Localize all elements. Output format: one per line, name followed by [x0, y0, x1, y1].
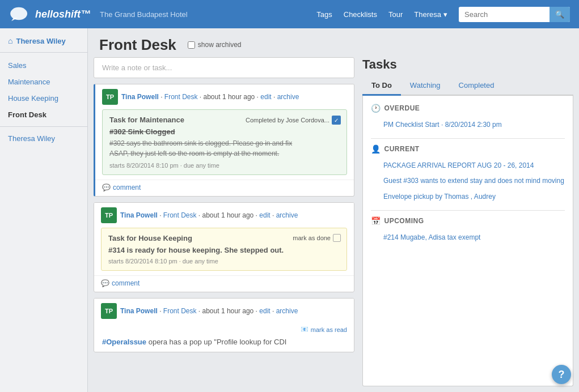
show-archived-checkbox[interactable]	[188, 41, 195, 49]
avatar-1: TP	[102, 89, 118, 105]
divider-1	[371, 138, 565, 139]
feed-card-2: TP Tina Powell · Front Desk · about 1 ho…	[94, 202, 354, 292]
time-3: about 1 hour ago	[202, 307, 254, 315]
page-title: Front Desk	[99, 36, 176, 54]
task-box-2: Task for House Keeping mark as done #314…	[101, 228, 347, 271]
dept-2[interactable]: Front Desk	[163, 211, 197, 219]
user-menu[interactable]: Theresa ▾	[414, 10, 447, 19]
archive-1[interactable]: archive	[277, 93, 299, 101]
comment-link-2[interactable]: 💬 comment	[101, 279, 347, 287]
card-meta-3: Tina Powell · Front Desk · about 1 hour …	[120, 307, 347, 315]
author-3[interactable]: Tina Powell	[120, 307, 158, 315]
card-meta-1: Tina Powell · Front Desk · about 1 hour …	[121, 93, 347, 101]
task-time-2: starts 8/20/2014 8:10 pm · due any time	[108, 258, 340, 265]
opera-issue-tag[interactable]: #OperaIssue	[102, 338, 146, 346]
mark-done-checkbox[interactable]	[333, 234, 341, 242]
comment-link-1[interactable]: 💬 comment	[102, 184, 347, 191]
main-layout: ⌂ Theresa Wiley Sales Maintenance House …	[0, 28, 579, 392]
logo-text: helloshift™	[35, 8, 91, 20]
home-icon: ⌂	[8, 36, 12, 45]
sidebar-item-frontdesk[interactable]: Front Desk	[0, 106, 87, 123]
dept-3[interactable]: Front Desk	[163, 307, 197, 315]
edit-1[interactable]: edit	[260, 93, 271, 101]
sidebar: ⌂ Theresa Wiley Sales Maintenance House …	[0, 28, 88, 392]
task-item-current-3[interactable]: Envelope pickup by Thomas , Audrey	[371, 189, 565, 204]
card-header-2: TP Tina Powell · Front Desk · about 1 ho…	[94, 203, 354, 228]
task-box-1: Task for Maintenance Completed by Jose C…	[102, 109, 347, 175]
content-area: Front Desk show archived Write a note or…	[88, 28, 579, 392]
tasks-column: Tasks To Do Watching Completed 🕐 OVERDUE…	[362, 57, 573, 386]
task-title-1: #302 Sink Clogged	[109, 127, 340, 136]
calendar-icon: 📅	[371, 216, 381, 225]
nav-tags[interactable]: Tags	[316, 10, 332, 19]
clock-icon: 🕐	[371, 104, 381, 113]
search-button[interactable]: 🔍	[550, 7, 570, 22]
two-col: Write a note or task... TP Tina Powell ·…	[88, 57, 579, 392]
help-button[interactable]: ?	[552, 365, 571, 384]
sidebar-person[interactable]: Theresa Wiley	[0, 130, 87, 147]
section-current-header: 👤 CURRENT	[371, 144, 565, 154]
search-input[interactable]	[459, 7, 550, 22]
opera-body: opera has a pop up "Profile lookup for C…	[149, 338, 287, 346]
feed-column: Write a note or task... TP Tina Powell ·…	[94, 57, 354, 386]
divider-2	[371, 210, 565, 211]
sidebar-item-sales[interactable]: Sales	[0, 57, 87, 74]
author-2[interactable]: Tina Powell	[120, 211, 158, 219]
mark-as-read[interactable]: 📧 mark as read	[94, 323, 354, 334]
logo-icon	[9, 6, 31, 22]
sidebar-divider	[0, 126, 87, 127]
opera-body-area: #OperaIssue opera has a pop up "Profile …	[94, 334, 354, 352]
show-archived-label: show archived	[198, 41, 242, 49]
tasks-title: Tasks	[362, 57, 573, 72]
task-title-2: #314 is ready for house keeping. She ste…	[108, 246, 340, 254]
avatar-2: TP	[101, 207, 117, 223]
nav-tour[interactable]: Tour	[388, 10, 403, 19]
card-header-3: TP Tina Powell · Front Desk · about 1 ho…	[94, 299, 354, 323]
check-done-icon: ✓	[332, 116, 341, 125]
fd-header: Front Desk show archived	[88, 28, 579, 57]
task-body-1: #302 says the bathroom sink is clogged. …	[109, 138, 340, 159]
tab-todo[interactable]: To Do	[362, 76, 401, 96]
sidebar-item-maintenance[interactable]: Maintenance	[0, 74, 87, 90]
feed-card-3: TP Tina Powell · Front Desk · about 1 ho…	[94, 298, 354, 352]
section-overdue-header: 🕐 OVERDUE	[371, 104, 565, 113]
card-header-1: TP Tina Powell · Front Desk · about 1 ho…	[95, 84, 354, 109]
edit-3[interactable]: edit	[259, 307, 270, 315]
svg-point-0	[10, 7, 27, 20]
time-2: about 1 hour ago	[202, 211, 254, 219]
tasks-panel: 🕐 OVERDUE PM Checklist Start · 8/20/2014…	[362, 96, 573, 386]
sidebar-user[interactable]: ⌂ Theresa Wiley	[0, 36, 87, 53]
dept-1[interactable]: Front Desk	[164, 93, 198, 101]
time-1: about 1 hour ago	[204, 93, 255, 101]
task-item-current-1[interactable]: PACKAGE ARRIVAL REPORT AUG 20 - 26, 2014	[371, 158, 565, 173]
task-item-overdue-1[interactable]: PM Checklist Start · 8/20/2014 2:30 pm	[371, 117, 565, 133]
completed-badge-1: Completed by Jose Cordova... ✓	[246, 116, 341, 125]
card-meta-2: Tina Powell · Front Desk · about 1 hour …	[120, 211, 347, 219]
feed-card-1: TP Tina Powell · Front Desk · about 1 ho…	[94, 84, 354, 197]
task-item-current-2[interactable]: Guest #303 wants to extend stay and does…	[371, 173, 565, 189]
sidebar-item-housekeeping[interactable]: House Keeping	[0, 90, 87, 106]
top-nav: helloshift™ The Grand Budapest Hotel Tag…	[0, 0, 579, 28]
card-footer-1: 💬 comment	[95, 180, 354, 196]
nav-checklists[interactable]: Checklists	[344, 10, 377, 19]
tab-watching[interactable]: Watching	[401, 76, 450, 96]
task-item-upcoming-1[interactable]: #214 Mugabe, Adisa tax exempt	[371, 230, 565, 245]
logo-area: helloshift™ The Grand Budapest Hotel	[9, 6, 188, 22]
mark-done-area: mark as done	[293, 234, 341, 242]
write-note-input[interactable]: Write a note or task...	[94, 57, 354, 78]
tasks-tabs: To Do Watching Completed	[362, 76, 573, 96]
tab-completed[interactable]: Completed	[450, 76, 504, 96]
person-icon: 👤	[371, 144, 381, 154]
section-upcoming-header: 📅 UPCOMING	[371, 216, 565, 225]
archive-3[interactable]: archive	[276, 307, 298, 315]
archive-2[interactable]: archive	[276, 211, 298, 219]
show-archived-area: show archived	[188, 41, 242, 49]
hotel-name: The Grand Budapest Hotel	[100, 10, 188, 19]
card-footer-2: 💬 comment	[94, 275, 354, 292]
author-1[interactable]: Tina Powell	[121, 93, 159, 101]
edit-2[interactable]: edit	[259, 211, 270, 219]
search-bar: 🔍	[459, 7, 570, 22]
avatar-3: TP	[101, 303, 117, 319]
task-time-1: starts 8/20/2014 8:10 pm · due any time	[109, 162, 340, 169]
